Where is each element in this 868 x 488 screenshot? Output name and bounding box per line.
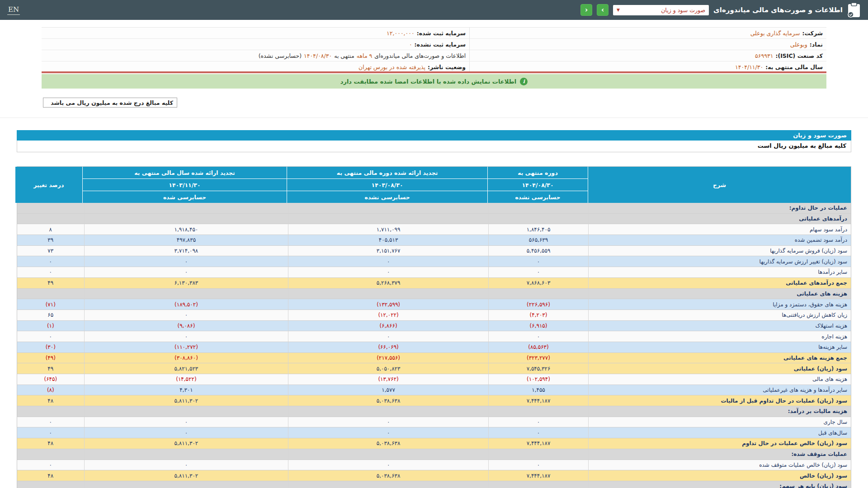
cell-current: (۳۲۳,۲۷۷) [488, 353, 588, 363]
row-label: هزینه های حقوق، دستمزد و مزایا [588, 299, 851, 310]
registered-capital-label: سرمایه ثبت شده: [417, 30, 466, 37]
cell-restated-period: ۴۰۵,۵۱۳ [288, 235, 488, 245]
page-title: اطلاعات و صورت‌های مالی میاندوره‌ای [713, 6, 843, 14]
cell-current: ۷,۴۴۴,۱۸۷ [488, 438, 588, 449]
codal-financial-statement-page: اطلاعات و صورت‌های مالی میاندوره‌ای صورت… [0, 0, 868, 488]
cell-restated-period: ۵,۰۳۸,۶۳۸ [288, 395, 488, 406]
unit-note-box: کلیه مبالغ درج شده به میلیون ریال می باش… [43, 98, 177, 108]
row-label: سال‌های قبل [588, 427, 851, 438]
cell-current [488, 449, 588, 460]
cell-change: ۶۵ [17, 310, 84, 320]
cell-restated-period: ۰ [288, 417, 488, 427]
table-row: سود (زیان) عملیاتی۷,۵۴۵,۳۲۶۵,۰۵۰,۸۲۳۵,۸۲… [17, 363, 851, 374]
table-header: شرح دوره منتهی به تجدید ارائه شده دوره م… [17, 167, 851, 203]
cell-restated-period [288, 214, 488, 224]
cell-current: (۶,۹۱۵) [488, 321, 588, 331]
cell-restated-period: (۶,۸۶۶) [288, 321, 488, 331]
cell-current [488, 203, 588, 213]
row-label: سود (زیان) پایه هر سهم: [588, 481, 851, 488]
cell-restated-year [84, 481, 288, 488]
cell-restated-period: (۱۲,۰۲۲) [288, 310, 488, 320]
row-label: درآمد سود تضمین شده [588, 235, 851, 245]
cell-current: (۴,۲۰۳) [488, 310, 588, 320]
period-date: ۱۴۰۴/۰۸/۳۰ [304, 52, 332, 59]
company-value: سرمایه گذاری بوعلی [750, 30, 800, 37]
cell-change: ۴۸ [17, 438, 84, 449]
cell-restated-year: ۱,۹۱۸,۴۵۰ [84, 224, 288, 235]
table-row: سال جاری۰۰۰۰ [17, 417, 851, 428]
symbol-label: نماد: [810, 41, 823, 48]
cell-change [17, 214, 84, 224]
cell-restated-period: (۱۳,۷۶۲) [288, 374, 488, 385]
cell-restated-period: ۰ [288, 331, 488, 342]
cell-change: ۰ [17, 460, 84, 470]
symbol-cell: نماد: وبوعلی [469, 39, 826, 50]
cell-restated-year [84, 449, 288, 460]
cell-restated-year: ۰ [84, 417, 288, 427]
income-statement-table: شرح دوره منتهی به تجدید ارائه شده دوره م… [17, 166, 851, 488]
cell-current [488, 289, 588, 299]
header-restated-year-date: ۱۴۰۳/۱۱/۳۰ [83, 179, 287, 191]
cell-current: ۱,۸۴۶,۴۰۵ [488, 224, 588, 235]
cell-change [17, 289, 84, 299]
cell-restated-year [84, 203, 288, 213]
row-label: هزینه مالیات بر درآمد: [588, 406, 851, 417]
symbol-value: وبوعلی [790, 41, 807, 48]
table-row: سود (زیان) فروش سرمایه گذاریها۵,۴۵۶,۵۵۹۳… [17, 246, 851, 257]
cell-change [17, 481, 84, 488]
row-label: درآمد سود سهام [588, 224, 851, 235]
cell-restated-period: ۵,۲۶۸,۳۷۹ [288, 278, 488, 288]
table-row: جمع درآمدهای عملیاتی۷,۸۶۸,۶۰۳۵,۲۶۸,۳۷۹۶,… [17, 278, 851, 289]
cell-change: ۴۹ [17, 363, 84, 374]
red-separator [42, 71, 826, 73]
unregistered-capital-cell: سرمایه ثبت نشده: ۰ [42, 39, 469, 50]
section-divider [0, 117, 868, 118]
info-row: نماد: وبوعلی سرمایه ثبت نشده: ۰ [42, 39, 826, 50]
cell-restated-year: ۴,۳۰۱ [84, 385, 288, 395]
cell-current: ۷,۵۴۵,۳۲۶ [488, 363, 588, 374]
row-label: هزینه های عملیاتی [588, 289, 851, 299]
isic-value: ۵۶۹۹۳۱ [755, 52, 773, 59]
statement-title-bar: صورت سود و زیان [17, 130, 851, 141]
table-row: درآمد سود سهام۱,۸۴۶,۴۰۵۱,۷۱۱,۰۹۹۱,۹۱۸,۴۵… [17, 224, 851, 235]
cell-restated-period: ۵,۰۵۰,۸۲۳ [288, 363, 488, 374]
signed-data-notice-text: اطلاعات نمایش داده شده با اطلاعات امضا ش… [340, 78, 517, 85]
table-row: هزینه های عملیاتی [17, 289, 851, 300]
header-description: شرح [588, 167, 851, 203]
english-language-link[interactable]: EN [7, 5, 20, 15]
row-label: عملیات در حال تداوم: [588, 203, 851, 213]
table-row: هزینه استهلاک(۶,۹۱۵)(۶,۸۶۶)(۹,۰۸۶)(۱) [17, 321, 851, 332]
cell-change: (۸) [17, 385, 84, 395]
next-statement-button[interactable]: › [597, 4, 609, 16]
cell-current: ۰ [488, 256, 588, 267]
table-row: سود (زیان) تغییر ارزش سرمایه گذاریها۰۰۰۰ [17, 256, 851, 267]
table-row: سایر هزینه‌ها(۸۵,۵۶۳)(۶۶,۰۶۹)(۱۱۰,۲۷۲)(۳… [17, 342, 851, 353]
table-row: عملیات در حال تداوم: [17, 203, 851, 214]
row-label: سود (زیان) عملیاتی [588, 363, 851, 374]
previous-statement-button[interactable]: ‹ [580, 4, 592, 16]
company-label: شرکت: [802, 30, 823, 37]
cell-current: ۰ [488, 417, 588, 427]
cell-current: ۰ [488, 267, 588, 277]
cell-restated-year: ۰ [84, 427, 288, 438]
cell-restated-year: ۴۹۷,۸۳۵ [84, 235, 288, 245]
cell-change [17, 406, 84, 417]
cell-restated-year: ۰ [84, 460, 288, 470]
cell-change: (۴۹) [17, 353, 84, 363]
statement-select-dropdown[interactable]: صورت سود و زیان ▼ [613, 5, 709, 15]
table-row: سود (زیان) خالص۷,۴۴۴,۱۸۷۵,۰۳۸,۶۳۸۵,۸۱۱,۳… [17, 470, 851, 481]
cell-change: ۰ [17, 331, 84, 342]
cell-restated-year: ۰ [84, 310, 288, 320]
header-current-period: دوره منتهی به [488, 167, 588, 178]
cell-current: ۰ [488, 427, 588, 438]
cell-restated-year: ۵,۸۱۱,۳۰۲ [84, 438, 288, 449]
cell-change: ۸ [17, 224, 84, 235]
header-current-date: ۱۴۰۴/۰۸/۳۰ [488, 179, 588, 191]
signed-data-notice: i اطلاعات نمایش داده شده با اطلاعات امضا… [42, 74, 826, 89]
table-row: زیان کاهش ارزش دریافتنی‌ها(۴,۲۰۳)(۱۲,۰۲۲… [17, 310, 851, 321]
table-row: سود (زیان) پایه هر سهم: [17, 481, 851, 488]
statement-select-value: صورت سود و زیان [661, 7, 705, 14]
cell-restated-period [288, 449, 488, 460]
cell-change: ۰ [17, 267, 84, 277]
cell-change: (۱) [17, 321, 84, 331]
